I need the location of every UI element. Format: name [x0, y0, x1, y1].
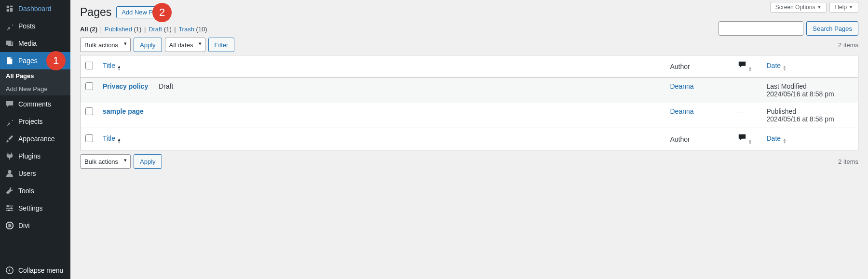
col-title-label: Title — [103, 62, 115, 69]
col-author: Author — [665, 55, 733, 78]
filter-draft[interactable]: Draft (1) — [149, 26, 172, 33]
top-tabs: Screen Options ▼ Help ▼ — [770, 2, 858, 13]
admin-sidebar: Dashboard Posts Media Pages All Pages Ad… — [0, 0, 70, 279]
submenu-add-new-page[interactable]: Add New Page — [0, 82, 70, 95]
plug-icon — [5, 151, 14, 161]
user-icon — [5, 169, 14, 178]
tablenav-actions: Bulk actions Apply All dates Filter — [80, 38, 234, 52]
sidebar-item-posts[interactable]: Posts — [0, 17, 70, 35]
svg-point-5 — [11, 207, 13, 209]
sidebar-item-label: Dashboard — [18, 5, 52, 13]
col-date[interactable]: Date▲▼ — [762, 55, 858, 78]
sidebar-item-settings[interactable]: Settings — [0, 199, 70, 217]
comment-icon — [5, 99, 14, 109]
filter-draft-count: (1) — [164, 26, 172, 33]
row-checkbox[interactable] — [85, 82, 93, 90]
col-author-label: Author — [670, 135, 690, 143]
page-title-link[interactable]: sample page — [103, 107, 144, 115]
pin-icon — [5, 117, 14, 126]
sidebar-item-comments[interactable]: Comments — [0, 95, 70, 113]
page-status-suffix: — Draft — [148, 82, 173, 90]
sort-icon: ▲▼ — [117, 66, 121, 71]
media-icon — [5, 39, 14, 48]
sort-icon: ▲▼ — [748, 139, 752, 145]
collapse-icon — [5, 266, 14, 275]
collapse-label: Collapse menu — [18, 266, 63, 274]
filter-trash-label: Trash — [178, 26, 194, 33]
sidebar-item-label: Plugins — [18, 152, 41, 160]
bulk-actions-select-bottom[interactable]: Bulk actions — [80, 154, 131, 169]
annotation-badge-1: 1 — [46, 51, 66, 70]
row-checkbox[interactable] — [85, 107, 93, 115]
col-comments[interactable]: ▲▼ — [733, 55, 762, 78]
col-title-foot[interactable]: Title▲▼ — [98, 128, 665, 150]
col-comments-foot[interactable]: ▲▼ — [733, 128, 762, 150]
search-input[interactable] — [719, 21, 803, 36]
date-value: 2024/05/16 at 8:58 pm — [767, 115, 854, 123]
pin-icon — [5, 21, 14, 31]
tablenav-top: Bulk actions Apply All dates Filter 2 it… — [80, 38, 858, 52]
separator: | — [143, 26, 147, 33]
sidebar-item-media[interactable]: Media — [0, 35, 70, 52]
wrench-icon — [5, 186, 14, 196]
sidebar-item-label: Comments — [18, 100, 51, 108]
select-all-top[interactable] — [85, 62, 93, 69]
apply-button-top[interactable]: Apply — [134, 38, 162, 52]
comment-icon — [738, 135, 746, 143]
sidebar-item-label: Posts — [18, 22, 35, 30]
sidebar-item-divi[interactable]: Divi — [0, 217, 70, 234]
col-title-label: Title — [103, 134, 115, 142]
items-count-top: 2 items — [838, 41, 858, 49]
settings-icon — [5, 203, 14, 213]
page-title-link[interactable]: Privacy policy — [103, 82, 148, 90]
pages-table: Title▲▼ Author ▲▼ Date▲▼ Privacy policy … — [80, 55, 858, 150]
tablenav-bottom: Bulk actions Apply 2 items — [80, 154, 858, 169]
author-link[interactable]: Deanna — [670, 82, 694, 90]
sort-icon: ▲▼ — [783, 138, 787, 144]
bulk-actions-select[interactable]: Bulk actions — [80, 38, 131, 52]
filter-all-count: (2) — [90, 26, 97, 33]
author-link[interactable]: Deanna — [670, 107, 694, 115]
page-header: Pages Add New Page — [80, 6, 858, 19]
filter-all[interactable]: All (2) — [80, 26, 97, 33]
col-title[interactable]: Title▲▼ — [98, 55, 665, 78]
sidebar-item-plugins[interactable]: Plugins — [0, 147, 70, 165]
col-author-label: Author — [670, 63, 690, 70]
col-date-label: Date — [767, 134, 781, 142]
sidebar-item-projects[interactable]: Projects — [0, 113, 70, 130]
submenu-all-pages[interactable]: All Pages — [0, 69, 70, 82]
page-icon — [5, 56, 14, 66]
chevron-down-icon: ▼ — [817, 5, 821, 10]
filter-published[interactable]: Published (1) — [105, 26, 142, 33]
sidebar-item-users[interactable]: Users — [0, 165, 70, 182]
collapse-menu[interactable]: Collapse menu — [0, 262, 70, 279]
sidebar-item-dashboard[interactable]: Dashboard — [0, 0, 70, 17]
tablenav-actions-bottom: Bulk actions Apply — [80, 154, 162, 169]
col-date-label: Date — [767, 62, 781, 69]
annotation-badge-2: 2 — [152, 3, 172, 22]
separator: | — [173, 26, 176, 33]
filter-published-label: Published — [105, 26, 132, 33]
filter-button[interactable]: Filter — [208, 38, 235, 52]
date-filter-select[interactable]: All dates — [165, 38, 205, 52]
sidebar-item-tools[interactable]: Tools — [0, 182, 70, 199]
table-row: Privacy policy — Draft Deanna — Last Mod… — [81, 78, 858, 103]
svg-point-6 — [8, 210, 10, 212]
search-pages-button[interactable]: Search Pages — [806, 21, 858, 36]
help-label: Help — [835, 4, 847, 11]
sidebar-item-label: Media — [18, 40, 37, 47]
help-tab[interactable]: Help ▼ — [829, 2, 858, 13]
sidebar-item-appearance[interactable]: Appearance — [0, 130, 70, 147]
sort-icon: ▲▼ — [783, 66, 787, 71]
screen-options-label: Screen Options — [775, 4, 815, 11]
filter-trash[interactable]: Trash (10) — [178, 26, 207, 33]
date-value: 2024/05/16 at 8:58 pm — [767, 90, 854, 98]
screen-options-tab[interactable]: Screen Options ▼ — [770, 2, 827, 13]
page-title: Pages — [80, 6, 111, 19]
select-all-bottom[interactable] — [85, 134, 93, 142]
sidebar-item-label: Pages — [18, 57, 38, 65]
sidebar-item-label: Projects — [18, 118, 43, 125]
col-date-foot[interactable]: Date▲▼ — [762, 128, 858, 150]
apply-button-bottom[interactable]: Apply — [134, 154, 162, 169]
dashboard-icon — [5, 4, 14, 13]
